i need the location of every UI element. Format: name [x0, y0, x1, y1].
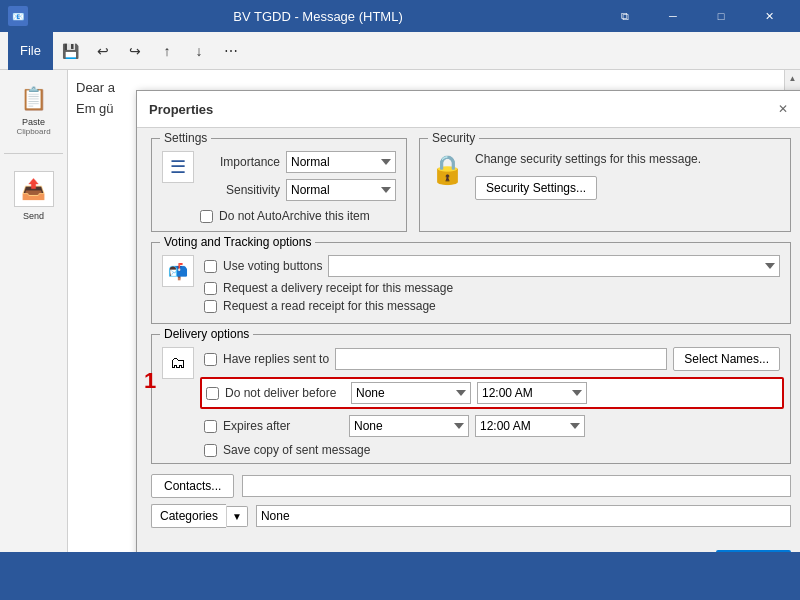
minimize-btn[interactable]: ─ [650, 0, 696, 32]
lock-icon: 🔒 [430, 153, 465, 186]
app-title: BV TGDD - Message (HTML) [34, 9, 602, 24]
security-label: Security [428, 131, 479, 145]
voting-icon: 📬 [162, 255, 194, 287]
sensitivity-label: Sensitivity [200, 183, 280, 197]
replies-input[interactable] [335, 348, 667, 370]
autoarchive-row: Do not AutoArchive this item [200, 209, 396, 223]
clipboard-label: Clipboard [16, 127, 50, 136]
use-voting-checkbox[interactable] [204, 260, 217, 273]
sensitivity-row: Sensitivity Normal Personal Private Conf… [200, 179, 396, 201]
expires-time-select[interactable]: 12:00 AM [475, 415, 585, 437]
security-description: Change security settings for this messag… [475, 151, 701, 168]
voting-options: Use voting buttons Approve; Reject Yes; … [204, 255, 780, 317]
categories-btn[interactable]: Categories [151, 504, 226, 528]
close-dialog-btn[interactable]: Close [716, 550, 791, 552]
voting-section: Voting and Tracking options 📬 Use voting… [151, 242, 791, 324]
undo-btn[interactable]: ↩ [89, 37, 117, 65]
no-deliver-date-select[interactable]: None [351, 382, 471, 404]
properties-dialog: Properties ✕ Settings ☰ Importance [136, 90, 800, 552]
replies-row: Have replies sent to Select Names... [204, 347, 780, 371]
no-deliver-checkbox[interactable] [206, 387, 219, 400]
file-button[interactable]: File [8, 32, 53, 70]
expires-date-select[interactable]: None [349, 415, 469, 437]
sensitivity-select[interactable]: Normal Personal Private Confidential [286, 179, 396, 201]
select-names-btn[interactable]: Select Names... [673, 347, 780, 371]
contacts-btn[interactable]: Contacts... [151, 474, 234, 498]
use-voting-label: Use voting buttons [223, 259, 322, 273]
voting-select[interactable]: Approve; Reject Yes; No Yes; No; Maybe [328, 255, 780, 277]
delivery-icon: 🗂 [162, 347, 194, 379]
main-content: Dear a Em gü ▲ ▼ Properties ✕ S [68, 70, 800, 552]
expires-row: Expires after None 12:00 AM [204, 415, 780, 437]
save-copy-label: Save copy of sent message [223, 443, 370, 457]
categories-dropdown-btn[interactable]: ▼ [226, 506, 248, 527]
send-icon: 📤 [14, 171, 54, 207]
redo-icon: ↪ [129, 43, 141, 59]
read-receipt-row: Request a read receipt for this message [204, 299, 780, 313]
save-toolbar-btn[interactable]: 💾 [57, 37, 85, 65]
autoarchive-label: Do not AutoArchive this item [219, 209, 370, 223]
sidebar: 📋 Paste Clipboard 📤 Send [0, 70, 68, 552]
window-close-btn[interactable]: ✕ [746, 0, 792, 32]
paste-label: Paste [22, 117, 45, 127]
save-icon: 💾 [62, 43, 79, 59]
delivery-label: Delivery options [160, 327, 253, 341]
expires-label: Expires after [223, 419, 343, 433]
delivery-receipt-checkbox[interactable] [204, 282, 217, 295]
badge-2: 2 [616, 550, 628, 552]
send-label: Send [23, 211, 44, 221]
delivery-section: Delivery options 🗂 Have replies sent to … [151, 334, 791, 464]
app-icon: 📧 [8, 6, 28, 26]
settings-section: Settings ☰ Importance Normal Low High [151, 138, 407, 232]
expires-checkbox[interactable] [204, 420, 217, 433]
settings-security-row: Settings ☰ Importance Normal Low High [151, 138, 791, 232]
importance-label: Importance [200, 155, 280, 169]
save-copy-row: Save copy of sent message [204, 443, 780, 457]
voting-label: Voting and Tracking options [160, 235, 315, 249]
down-icon: ↓ [195, 43, 202, 59]
badge-1: 1 [144, 368, 156, 394]
settings-form: Importance Normal Low High Sensitivity [200, 151, 396, 223]
more-toolbar-btn[interactable]: ⋯ [217, 37, 245, 65]
scroll-up-arrow[interactable]: ▲ [785, 70, 801, 86]
categories-row: Categories ▼ [151, 504, 791, 528]
security-settings-btn[interactable]: Security Settings... [475, 176, 597, 200]
settings-label: Settings [160, 131, 211, 145]
window-controls: ⧉ ─ □ ✕ [602, 0, 792, 32]
no-deliver-row: Do not deliver before None 12:00 AM [200, 377, 784, 409]
importance-row: Importance Normal Low High [200, 151, 396, 173]
sidebar-item-paste[interactable]: 📋 Paste Clipboard [6, 78, 62, 141]
no-deliver-time-select[interactable]: 12:00 AM [477, 382, 587, 404]
dialog-close-btn[interactable]: ✕ [773, 99, 793, 119]
up-icon: ↑ [163, 43, 170, 59]
contacts-input[interactable] [242, 475, 791, 497]
security-inner: 🔒 Change security settings for this mess… [430, 151, 780, 200]
quick-access-toolbar: File 💾 ↩ ↪ ↑ ↓ ⋯ [0, 32, 800, 70]
read-receipt-label: Request a read receipt for this message [223, 299, 436, 313]
sidebar-item-send[interactable]: 📤 Send [6, 166, 62, 226]
restore-btn[interactable]: ⧉ [602, 0, 648, 32]
security-section: Security 🔒 Change security settings for … [419, 138, 791, 232]
undo-icon: ↩ [97, 43, 109, 59]
maximize-btn[interactable]: □ [698, 0, 744, 32]
categories-wrap: Categories ▼ [151, 504, 248, 528]
dialog-body: Settings ☰ Importance Normal Low High [137, 128, 800, 544]
redo-btn[interactable]: ↪ [121, 37, 149, 65]
importance-select[interactable]: Normal Low High [286, 151, 396, 173]
dialog-titlebar: Properties ✕ [137, 91, 800, 128]
paste-icon: 📋 [18, 83, 50, 115]
delivery-receipt-label: Request a delivery receipt for this mess… [223, 281, 453, 295]
settings-section-icon: ☰ [162, 151, 194, 183]
move-down-btn[interactable]: ↓ [185, 37, 213, 65]
save-copy-checkbox[interactable] [204, 444, 217, 457]
no-deliver-label: Do not deliver before [225, 386, 345, 400]
replies-checkbox[interactable] [204, 353, 217, 366]
replies-label: Have replies sent to [223, 352, 329, 366]
autoarchive-checkbox[interactable] [200, 210, 213, 223]
delivery-options: Have replies sent to Select Names... Do … [204, 347, 780, 457]
move-up-btn[interactable]: ↑ [153, 37, 181, 65]
read-receipt-checkbox[interactable] [204, 300, 217, 313]
categories-input[interactable] [256, 505, 791, 527]
dialog-title: Properties [149, 102, 213, 117]
titlebar: 📧 BV TGDD - Message (HTML) ⧉ ─ □ ✕ [0, 0, 800, 32]
